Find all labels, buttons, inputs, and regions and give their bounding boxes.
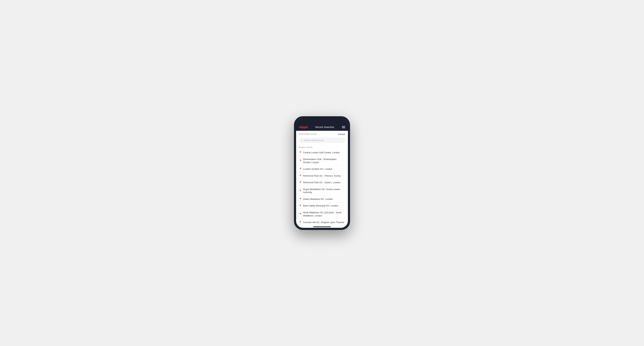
location-pin-icon: 📍: [299, 181, 301, 184]
hamburger-line-1: [342, 126, 345, 126]
search-input[interactable]: [304, 139, 343, 142]
list-item[interactable]: 📍 Richmond Park GC - Prince's, Surrey: [296, 173, 348, 179]
hamburger-line-2: [342, 127, 345, 127]
course-name: Central London Golf Centre, London: [303, 151, 340, 154]
location-pin-icon: 📍: [299, 160, 301, 162]
phone-device: clippd Recent Searches Find a Golf Cours…: [294, 116, 350, 230]
course-list: 📍 Central London Golf Centre, London 📍 R…: [296, 149, 348, 226]
search-icon: ⌕: [301, 139, 302, 142]
list-item[interactable]: 📍 London Scottish GC, London: [296, 166, 348, 173]
course-name: Roehampton Club - Roehampton, Greater Lo…: [303, 158, 345, 164]
course-name: Dukes Meadows GC, London: [303, 197, 333, 201]
location-pin-icon: 📍: [299, 198, 301, 200]
list-item[interactable]: 📍 Central London Golf Centre, London: [296, 149, 348, 156]
list-item[interactable]: 📍 Brent Valley Municipal GC, London: [296, 202, 348, 209]
search-bar: ⌕: [299, 138, 345, 143]
search-bar-container: ⌕: [296, 137, 348, 145]
location-pin-icon: 📍: [299, 189, 301, 192]
content-area: Find a Golf Course Cancel ⌕ Nearby cours…: [296, 131, 348, 228]
find-label: Find a Golf Course: [299, 133, 316, 135]
hamburger-line-3: [342, 128, 345, 128]
location-pin-icon: 📍: [299, 151, 301, 154]
home-indicator: [296, 226, 348, 228]
location-pin-icon: 📍: [299, 204, 301, 207]
course-name: London Scottish GC, London: [303, 168, 332, 171]
course-name: Royal Wimbledon GC, Great London Authori…: [303, 188, 345, 194]
list-item[interactable]: 📍 Royal Wimbledon GC, Great London Autho…: [296, 186, 348, 196]
app-logo: clippd: [299, 125, 308, 129]
list-item[interactable]: 📍 Coombe Hill GC, Kingston upon Thames: [296, 219, 348, 226]
location-pin-icon: 📍: [299, 213, 301, 215]
home-bar: [313, 226, 331, 227]
nearby-courses-section-header: Nearby courses: [296, 145, 348, 149]
hamburger-menu-icon[interactable]: [342, 126, 345, 128]
nav-title: Recent Searches: [315, 126, 334, 129]
course-name: North Middlesex GC (1011942 - North Midd…: [303, 211, 345, 217]
location-pin-icon: 📍: [299, 221, 301, 224]
list-item[interactable]: 📍 North Middlesex GC (1011942 - North Mi…: [296, 209, 348, 219]
nav-bar: clippd Recent Searches: [296, 124, 348, 131]
phone-screen: clippd Recent Searches Find a Golf Cours…: [296, 118, 348, 228]
notch: [313, 118, 331, 122]
list-item[interactable]: 📍 Richmond Park GC - Duke's, London: [296, 179, 348, 186]
location-pin-icon: 📍: [299, 168, 301, 170]
find-golf-course-header: Find a Golf Course Cancel: [296, 131, 348, 137]
list-item[interactable]: 📍 Roehampton Club - Roehampton, Greater …: [296, 156, 348, 166]
status-bar: [296, 118, 348, 124]
location-pin-icon: 📍: [299, 174, 301, 177]
course-name: Coombe Hill GC, Kingston upon Thames: [303, 221, 344, 224]
course-name: Richmond Park GC - Prince's, Surrey: [303, 174, 341, 177]
course-name: Brent Valley Municipal GC, London: [303, 204, 338, 207]
course-name: Richmond Park GC - Duke's, London: [303, 181, 340, 184]
list-item[interactable]: 📍 Dukes Meadows GC, London: [296, 196, 348, 203]
cancel-button[interactable]: Cancel: [338, 133, 345, 136]
